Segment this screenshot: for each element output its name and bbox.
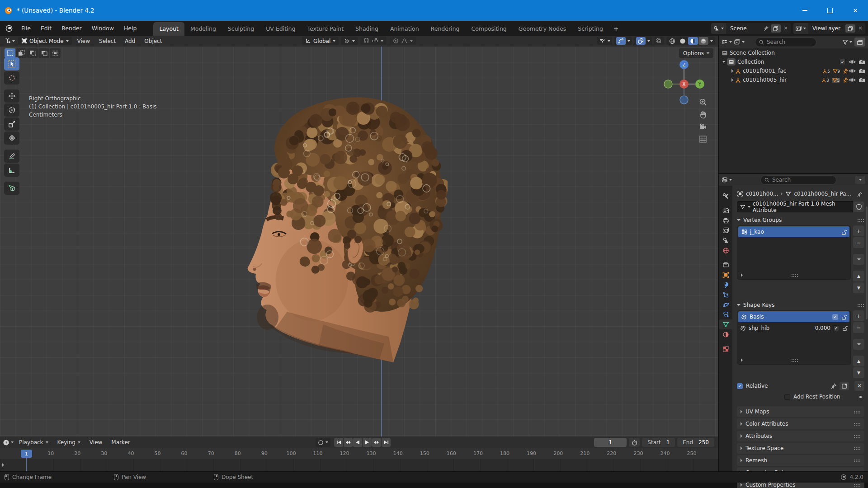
options-button[interactable]: Options xyxy=(679,48,713,58)
overlays-toggle[interactable] xyxy=(634,37,652,45)
frame-tick[interactable]: 60 xyxy=(181,450,188,456)
frame-tick[interactable]: 220 xyxy=(607,450,616,456)
add-rest-position-checkbox[interactable] xyxy=(784,394,790,400)
pin-id-icon[interactable] xyxy=(857,191,863,197)
frame-tick[interactable]: 50 xyxy=(154,450,160,456)
tool-rotate[interactable] xyxy=(4,103,19,117)
tab-geometry-nodes[interactable]: Geometry Nodes xyxy=(513,22,572,36)
move-group-up-button[interactable]: ▲ xyxy=(853,271,864,282)
frame-tick[interactable]: 90 xyxy=(261,450,268,456)
scene-browse-button[interactable] xyxy=(711,23,726,34)
frame-tick[interactable]: 230 xyxy=(633,450,643,456)
tab-particles[interactable] xyxy=(719,290,732,300)
outliner-filter-button[interactable] xyxy=(842,39,852,45)
select-subtract-button[interactable] xyxy=(27,48,38,58)
shading-wireframe-button[interactable] xyxy=(667,37,677,45)
playhead-line[interactable] xyxy=(26,456,27,471)
timeline-menu-marker[interactable]: Marker xyxy=(108,438,133,446)
tab-layout[interactable]: Layout xyxy=(153,22,184,36)
viewlayer-browse-button[interactable] xyxy=(793,23,808,34)
select-intersect-button[interactable] xyxy=(50,48,61,58)
frame-tick[interactable]: 120 xyxy=(340,450,349,456)
tab-view-layer[interactable] xyxy=(719,225,732,235)
current-frame-field[interactable]: 1 xyxy=(594,438,627,447)
list-filter-expand[interactable] xyxy=(741,358,743,362)
add-shape-key-button[interactable]: + xyxy=(853,310,864,321)
pin-icon[interactable] xyxy=(763,25,769,31)
minimize-button[interactable] xyxy=(792,0,817,21)
collection-checkbox[interactable]: ✓ xyxy=(840,59,846,65)
maximize-button[interactable] xyxy=(817,0,843,21)
viewport-3d[interactable]: Object Mode View Select Add Object Globa… xyxy=(0,36,718,436)
tab-scripting[interactable]: Scripting xyxy=(572,22,609,36)
panel-remesh[interactable]: Remesh xyxy=(737,455,864,466)
properties-options-button[interactable] xyxy=(855,176,865,184)
scene-selector[interactable]: Scene ✕ xyxy=(711,23,791,34)
add-vertex-group-button[interactable]: + xyxy=(853,225,864,236)
lock-open-icon[interactable] xyxy=(841,314,847,320)
lock-open-icon[interactable] xyxy=(842,325,848,331)
mesh-data-badge[interactable]: 5 xyxy=(822,69,830,74)
pin-shapekey-icon[interactable] xyxy=(830,382,838,390)
orientation-dropdown[interactable]: Global xyxy=(302,37,339,45)
outliner-row-object-fac[interactable]: c0101f0001_fac 5 9 xyxy=(719,66,868,75)
start-frame-field[interactable]: Start1 xyxy=(642,438,675,447)
viewlayer-name[interactable]: ViewLayer xyxy=(808,25,845,32)
frame-tick[interactable]: 170 xyxy=(473,450,483,456)
tool-scale[interactable] xyxy=(4,117,19,131)
outliner-row-collection[interactable]: Collection ✓ xyxy=(719,57,868,66)
frame-tick[interactable]: 200 xyxy=(553,450,563,456)
frame-tick[interactable]: 150 xyxy=(420,450,429,456)
shading-solid-button[interactable] xyxy=(678,37,688,45)
vertex-group-specials-button[interactable] xyxy=(853,254,864,265)
new-scene-icon[interactable] xyxy=(771,24,781,33)
frame-tick[interactable]: 100 xyxy=(286,450,296,456)
snap-controls[interactable] xyxy=(360,37,387,45)
viewport-menu-select[interactable]: Select xyxy=(95,37,119,45)
select-set-button[interactable] xyxy=(5,48,15,58)
timeline-menu-view[interactable]: View xyxy=(86,438,106,446)
list-filter-expand[interactable] xyxy=(741,273,743,277)
shape-key-item-shp-hib[interactable]: shp_hib 0.000 ✓ xyxy=(737,323,850,333)
play-reverse-button[interactable] xyxy=(353,438,362,447)
frame-tick[interactable]: 130 xyxy=(367,450,376,456)
tab-world[interactable] xyxy=(719,245,732,255)
proportional-edit-controls[interactable] xyxy=(390,37,416,45)
mode-dropdown[interactable]: Object Mode xyxy=(18,37,72,45)
shape-keys-list[interactable]: Basis ✓ shp_hib 0.000 ✓ xyxy=(737,310,851,365)
jump-to-start-button[interactable] xyxy=(334,438,343,447)
tool-measure[interactable] xyxy=(4,164,19,177)
tab-shading[interactable]: Shading xyxy=(349,22,384,36)
tab-output[interactable] xyxy=(719,216,732,225)
frame-tick[interactable]: 110 xyxy=(313,450,322,456)
frame-tick[interactable]: 250 xyxy=(687,450,697,456)
menu-file[interactable]: File xyxy=(16,23,36,33)
zoom-icon[interactable] xyxy=(699,98,707,106)
tool-add-cube[interactable] xyxy=(4,182,19,195)
move-key-down-button[interactable]: ▼ xyxy=(853,367,864,378)
timeline-expand-arrow[interactable] xyxy=(2,463,4,467)
remove-shape-key-button[interactable]: − xyxy=(853,322,864,333)
visibility-dropdown[interactable] xyxy=(597,37,612,45)
viewport-menu-add[interactable]: Add xyxy=(121,37,139,45)
disable-render-camera-icon[interactable] xyxy=(859,68,865,74)
frame-tick[interactable]: 160 xyxy=(447,450,456,456)
end-frame-field[interactable]: End250 xyxy=(677,438,714,447)
disable-render-camera-icon[interactable] xyxy=(859,77,865,83)
mesh-name-field[interactable]: c0101h0005_hir Part 1.0 Mesh Attribute xyxy=(737,201,853,212)
panel-uv-maps[interactable]: UV Maps xyxy=(737,406,864,417)
shading-rendered-button[interactable] xyxy=(698,37,708,45)
tab-object-data[interactable] xyxy=(719,319,732,329)
tab-scene[interactable] xyxy=(719,235,732,245)
lock-open-icon[interactable] xyxy=(841,229,847,235)
use-preview-range-button[interactable] xyxy=(629,438,640,447)
tab-material[interactable] xyxy=(719,329,732,339)
playback-menu[interactable]: Playback xyxy=(15,439,52,446)
gizmo-z-neg-axis[interactable] xyxy=(680,96,688,104)
outliner-row-object-hir[interactable]: c0101h0005_hir 3 5 xyxy=(719,75,868,84)
armature-badge[interactable] xyxy=(843,77,848,83)
tab-tool[interactable] xyxy=(719,191,732,201)
properties-editor-type-button[interactable] xyxy=(722,177,732,183)
frame-tick[interactable]: 40 xyxy=(127,450,134,456)
tab-uv-editing[interactable]: UV Editing xyxy=(260,22,301,36)
